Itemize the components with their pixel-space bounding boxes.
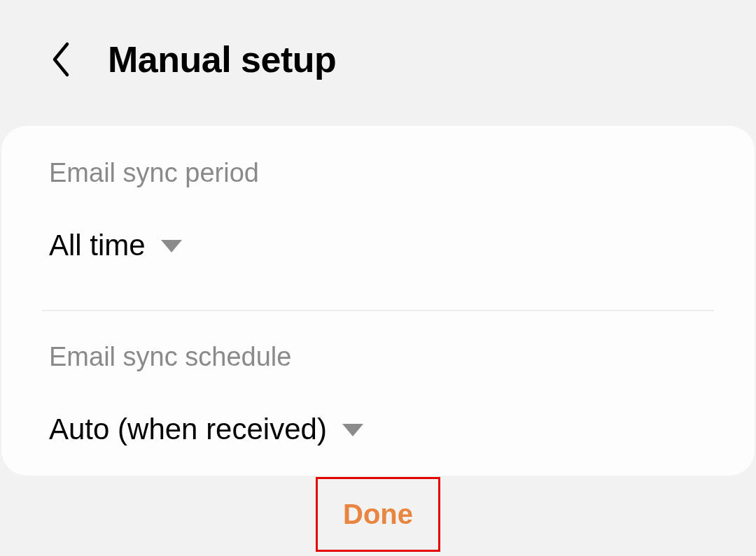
header: Manual setup: [0, 0, 756, 80]
chevron-down-icon: [342, 422, 363, 436]
sync-schedule-selector[interactable]: Auto (when received): [49, 413, 707, 446]
settings-card: Email sync period All time Email sync sc…: [1, 126, 755, 476]
svg-marker-0: [161, 240, 182, 252]
back-icon[interactable]: [50, 41, 71, 78]
chevron-down-icon: [161, 238, 182, 252]
sync-schedule-value: Auto (when received): [49, 413, 327, 446]
page-title: Manual setup: [108, 38, 336, 80]
footer: Done: [0, 477, 756, 552]
sync-period-value: All time: [49, 229, 146, 262]
done-button[interactable]: Done: [316, 477, 440, 552]
sync-period-label: Email sync period: [49, 158, 707, 188]
setting-sync-schedule: Email sync schedule Auto (when received): [49, 342, 707, 446]
sync-schedule-label: Email sync schedule: [49, 342, 707, 372]
sync-period-selector[interactable]: All time: [49, 229, 707, 262]
setting-sync-period: Email sync period All time: [49, 158, 707, 262]
divider: [42, 310, 714, 311]
svg-marker-1: [342, 424, 363, 436]
